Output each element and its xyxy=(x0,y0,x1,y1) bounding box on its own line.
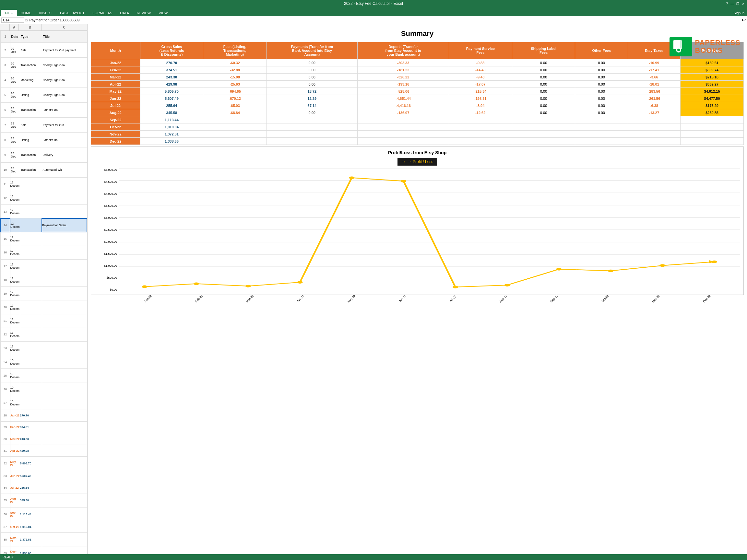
y-label: $4,500.00 xyxy=(104,180,117,183)
summary-profit-cell xyxy=(680,116,744,124)
summary-month-cell: Apr-22 xyxy=(91,81,140,88)
chart-dot xyxy=(349,177,354,179)
table-row: 2311 Decem xyxy=(0,341,87,355)
summary-payments-cell: 0.00 xyxy=(266,81,358,88)
summary-gross-cell: 5,607.49 xyxy=(140,95,203,102)
summary-deposit-cell: -4,651.44 xyxy=(358,95,449,102)
summary-shipping-cell: 0.00 xyxy=(512,109,575,116)
y-label: $0.00 xyxy=(110,288,117,291)
table-row: 2610 Decem xyxy=(0,382,87,396)
summary-taxes-cell: -10.99 xyxy=(628,59,680,66)
summary-psf-cell: -198.31 xyxy=(449,95,512,102)
summary-psf-cell xyxy=(449,131,512,138)
y-label: $1,500.00 xyxy=(104,252,117,256)
col-header-deposit: Deposit (Transferfrom Etsy Account toyou… xyxy=(358,42,449,59)
summary-table: Month Gross Sales(Less Refunds& Discount… xyxy=(91,42,744,145)
chart-dot xyxy=(712,261,717,263)
summary-psf-cell: -215.34 xyxy=(449,88,512,95)
summary-taxes-cell: -283.56 xyxy=(628,88,680,95)
chart-dot xyxy=(556,268,562,271)
x-label: Jul-22 xyxy=(449,295,457,302)
summary-taxes-cell xyxy=(628,138,680,145)
table-row: 5 20 Dec Listing Cooley High Coo xyxy=(0,87,87,102)
summary-fees-cell xyxy=(203,131,266,138)
tab-home[interactable]: HOME xyxy=(17,10,35,16)
summary-taxes-cell: -18.01 xyxy=(628,81,680,88)
table-row: 8 15 Dec Listing Father's Da' xyxy=(0,133,87,148)
summary-fees-cell: -65.03 xyxy=(203,102,266,109)
summary-deposit-cell: -136.97 xyxy=(358,109,449,116)
summary-fees-cell xyxy=(203,138,266,145)
cell-ref-input[interactable] xyxy=(1,18,24,23)
summary-other-cell xyxy=(575,124,628,131)
summary-fees-cell: -694.65 xyxy=(203,88,266,95)
tab-insert[interactable]: INSERT xyxy=(35,10,56,16)
x-label: Dec-22 xyxy=(702,294,712,303)
summary-fees-cell: -25.63 xyxy=(203,81,266,88)
formula-input[interactable]: Payment for Order 1888506509 xyxy=(29,18,740,22)
table-row: 10 15 Dec Transaction Automated Wit xyxy=(0,162,87,177)
summary-taxes-cell: -17.41 xyxy=(628,66,680,74)
sign-in-link[interactable]: Sign in xyxy=(731,10,747,16)
summary-fees-cell: -60.32 xyxy=(203,59,266,66)
summary-fees-cell xyxy=(203,124,266,131)
summary-psf-cell: -17.07 xyxy=(449,81,512,88)
x-label: Jun-22 xyxy=(398,294,407,303)
summary-other-cell: 0.00 xyxy=(575,74,628,81)
chart-dot xyxy=(194,283,199,285)
summary-shipping-cell: 0.00 xyxy=(512,66,575,74)
summary-shipping-cell: 0.00 xyxy=(512,74,575,81)
col-header-other: Other Fees xyxy=(575,42,628,59)
summary-profit-cell: $250.85 xyxy=(680,109,744,116)
table-row: 2410 Decem xyxy=(0,355,87,369)
svg-point-3 xyxy=(677,49,680,51)
summary-fees-cell: -15.08 xyxy=(203,74,266,81)
chart-title: Profit/Loss from Etsy Shop xyxy=(94,150,740,155)
paperless-books-logo: PAPERLESS BOOKS xyxy=(670,37,741,56)
summary-psf-cell: -9.40 xyxy=(449,74,512,81)
tab-formulas[interactable]: FORMULAS xyxy=(88,10,116,16)
table-row: 1912 Decem xyxy=(0,287,87,300)
summary-profit-cell xyxy=(680,124,744,131)
summary-gross-cell: 255.64 xyxy=(140,102,203,109)
chart-legend: → → Profit / Loss xyxy=(94,158,740,166)
tab-file[interactable]: FILE xyxy=(1,10,17,16)
col-header-b: B xyxy=(19,24,42,30)
summary-month-cell: Mar-22 xyxy=(91,74,140,81)
tab-data[interactable]: DATA xyxy=(116,10,133,16)
table-row: 1612 Decem xyxy=(0,246,87,259)
summary-shipping-cell xyxy=(512,116,575,124)
table-row: 1712 Decem xyxy=(0,259,87,273)
summary-other-cell: 0.00 xyxy=(575,66,628,74)
y-label: $1,000.00 xyxy=(104,264,117,267)
window-controls[interactable]: ? — ❐ ✕ xyxy=(726,2,744,5)
x-label: Sep-22 xyxy=(549,294,559,303)
summary-payments-cell: 18.72 xyxy=(266,88,358,95)
summary-gross-cell: 270.70 xyxy=(140,59,203,66)
legend-label: → Profit / Loss xyxy=(408,159,434,164)
summary-deposit-cell xyxy=(358,138,449,145)
summary-gross-cell: 1,113.44 xyxy=(140,116,203,124)
summary-other-cell: 0.00 xyxy=(575,88,628,95)
summary-shipping-cell xyxy=(512,124,575,131)
summary-month-cell: Jun-22 xyxy=(91,95,140,102)
col-header-month: Month xyxy=(91,42,140,59)
tab-page-layout[interactable]: PAGE LAYOUT xyxy=(56,10,88,16)
undo-icon[interactable]: ↩ xyxy=(742,17,746,23)
header-type: Type xyxy=(20,31,42,43)
summary-fees-cell: -68.84 xyxy=(203,109,266,116)
tab-view[interactable]: VIEW xyxy=(155,10,172,16)
table-row: 31Apr-22429.98 xyxy=(0,445,87,457)
summary-other-cell: 0.00 xyxy=(575,109,628,116)
summary-payments-cell: 67.14 xyxy=(266,102,358,109)
summary-payments-cell: 0.00 xyxy=(266,74,358,81)
summary-shipping-cell xyxy=(512,138,575,145)
summary-taxes-cell xyxy=(628,116,680,124)
table-row: 2211 Decem xyxy=(0,328,87,341)
table-row: 36Sep-221,113.44 xyxy=(0,507,87,521)
summary-shipping-cell xyxy=(512,131,575,138)
summary-fees-cell: -670.12 xyxy=(203,95,266,102)
summary-other-cell xyxy=(575,138,628,145)
tab-review[interactable]: REVIEW xyxy=(133,10,155,16)
header-date: Date xyxy=(10,31,20,43)
